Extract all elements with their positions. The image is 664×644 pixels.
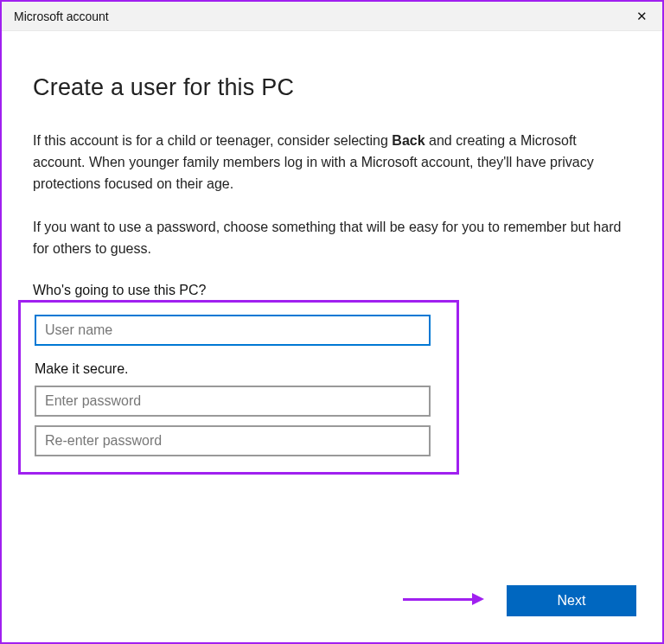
highlight-annotation-box: User name Make it secure. Enter password… [18,300,459,475]
content-area: Create a user for this PC If this accoun… [2,31,662,475]
annotation-arrow-icon [403,590,489,608]
next-button-label: Next [558,593,586,609]
titlebar: Microsoft account ✕ [2,2,662,31]
para1-part-a: If this account is for a child or teenag… [33,133,392,148]
dialog-window: Microsoft account ✕ Create a user for th… [0,0,664,644]
label-make-it-secure: Make it secure. [35,361,443,377]
close-icon: ✕ [636,9,648,24]
close-button[interactable]: ✕ [624,2,659,31]
window-title: Microsoft account [14,10,109,23]
reenter-password-input[interactable]: Re-enter password [35,425,431,456]
reenter-placeholder: Re-enter password [45,433,162,449]
arrow-head [472,593,484,605]
username-input[interactable]: User name [35,315,431,346]
page-title: Create a user for this PC [33,74,631,101]
para1-bold-back: Back [392,133,425,148]
label-who-uses-pc: Who's going to use this PC? [33,283,631,298]
paragraph-password-tip: If you want to use a password, choose so… [33,217,631,260]
password-input[interactable]: Enter password [35,386,431,417]
next-button[interactable]: Next [507,585,636,616]
password-placeholder: Enter password [45,393,141,409]
arrow-line [403,598,472,601]
paragraph-child-info: If this account is for a child or teenag… [33,131,631,194]
username-placeholder: User name [45,322,112,338]
